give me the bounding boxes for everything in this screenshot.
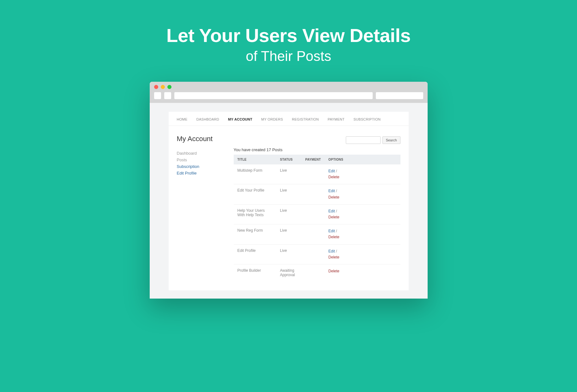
browser-tab[interactable] [164, 92, 171, 99]
separator: / [335, 209, 337, 213]
table-row: Multistep FormLiveEdit / Delete [234, 164, 400, 184]
separator: / [335, 229, 337, 233]
delete-link[interactable]: Delete [328, 235, 340, 239]
hero-title: Let Your Users View Details of Their Pos… [0, 0, 577, 64]
close-icon[interactable] [154, 85, 158, 89]
post-title: New Reg Form [234, 224, 276, 244]
page-title: My Account [177, 135, 221, 143]
delete-link[interactable]: Delete [328, 255, 340, 259]
table-row: Profile BuilderAwaiting ApprovalDelete [234, 264, 400, 281]
post-options: Edit / Delete [325, 184, 400, 204]
nav-item[interactable]: REGISTRATION [292, 117, 319, 121]
delete-link[interactable]: Delete [328, 269, 340, 273]
edit-link[interactable]: Edit [328, 189, 335, 193]
nav-item[interactable]: PAYMENT [328, 117, 345, 121]
post-payment [302, 224, 325, 244]
table-row: Edit ProfileLiveEdit / Delete [234, 244, 400, 264]
hero-subheading: of Their Posts [0, 48, 577, 64]
browser-search[interactable] [376, 92, 423, 99]
search-button[interactable]: Search [382, 136, 400, 144]
edit-link[interactable]: Edit [328, 209, 335, 213]
post-title: Help Your Users With Help Texts [234, 204, 276, 224]
browser-tab[interactable] [154, 92, 161, 99]
post-status: Live [276, 244, 302, 264]
sidebar-item: Dashboard [177, 150, 221, 157]
post-payment [302, 164, 325, 184]
col-options: OPTIONS [325, 155, 400, 164]
post-payment [302, 184, 325, 204]
post-status: Live [276, 224, 302, 244]
post-payment [302, 264, 325, 281]
table-row: Edit Your ProfileLiveEdit / Delete [234, 184, 400, 204]
side-nav: DashboardPostsSubscriptionEdit Profile [177, 150, 221, 176]
browser-toolbar [154, 92, 423, 99]
window-controls [154, 85, 423, 89]
minimize-icon[interactable] [161, 85, 165, 89]
post-options: Edit / Delete [325, 244, 400, 264]
separator: / [335, 169, 337, 173]
separator: / [335, 249, 337, 253]
post-status: Live [276, 204, 302, 224]
nav-item[interactable]: MY ACCOUNT [228, 117, 252, 121]
table-row: New Reg FormLiveEdit / Delete [234, 224, 400, 244]
post-options: Delete [325, 264, 400, 281]
hero-heading: Let Your Users View Details [0, 25, 577, 46]
edit-link[interactable]: Edit [328, 169, 335, 173]
posts-table: TITLE STATUS PAYMENT OPTIONS Multistep F… [234, 155, 400, 281]
maximize-icon[interactable] [167, 85, 171, 89]
edit-link[interactable]: Edit [328, 249, 335, 253]
page-content: HOMEDASHBOARDMY ACCOUNTMY ORDERSREGISTRA… [150, 103, 428, 299]
nav-item[interactable]: MY ORDERS [261, 117, 283, 121]
post-payment [302, 244, 325, 264]
delete-link[interactable]: Delete [328, 175, 340, 179]
nav-item[interactable]: SUBSCRIPTION [353, 117, 381, 121]
sidebar-item[interactable]: Subscription [177, 163, 221, 170]
post-payment [302, 204, 325, 224]
separator: / [335, 189, 337, 193]
post-title: Edit Profile [234, 244, 276, 264]
post-options: Edit / Delete [325, 224, 400, 244]
post-options: Edit / Delete [325, 164, 400, 184]
delete-link[interactable]: Delete [328, 215, 340, 219]
address-bar[interactable] [174, 92, 373, 99]
post-title: Edit Your Profile [234, 184, 276, 204]
post-options: Edit / Delete [325, 204, 400, 224]
post-status: Live [276, 184, 302, 204]
search-input[interactable] [346, 136, 381, 144]
edit-link[interactable]: Edit [328, 229, 335, 233]
post-title: Profile Builder [234, 264, 276, 281]
top-nav: HOMEDASHBOARDMY ACCOUNTMY ORDERSREGISTRA… [169, 112, 409, 126]
nav-item[interactable]: HOME [177, 117, 188, 121]
content-card: HOMEDASHBOARDMY ACCOUNTMY ORDERSREGISTRA… [169, 112, 409, 290]
table-row: Help Your Users With Help TextsLiveEdit … [234, 204, 400, 224]
browser-chrome [150, 82, 428, 103]
posts-count-heading: You have created 17 Posts [234, 147, 400, 152]
search-area: Search [346, 136, 400, 144]
sidebar-item[interactable]: Edit Profile [177, 170, 221, 176]
col-status: STATUS [276, 155, 302, 164]
col-title: TITLE [234, 155, 276, 164]
browser-window: HOMEDASHBOARDMY ACCOUNTMY ORDERSREGISTRA… [150, 82, 428, 299]
delete-link[interactable]: Delete [328, 195, 340, 199]
post-status: Live [276, 164, 302, 184]
nav-item[interactable]: DASHBOARD [196, 117, 219, 121]
post-status: Awaiting Approval [276, 264, 302, 281]
col-payment: PAYMENT [302, 155, 325, 164]
post-title: Multistep Form [234, 164, 276, 184]
sidebar-item: Posts [177, 157, 221, 163]
